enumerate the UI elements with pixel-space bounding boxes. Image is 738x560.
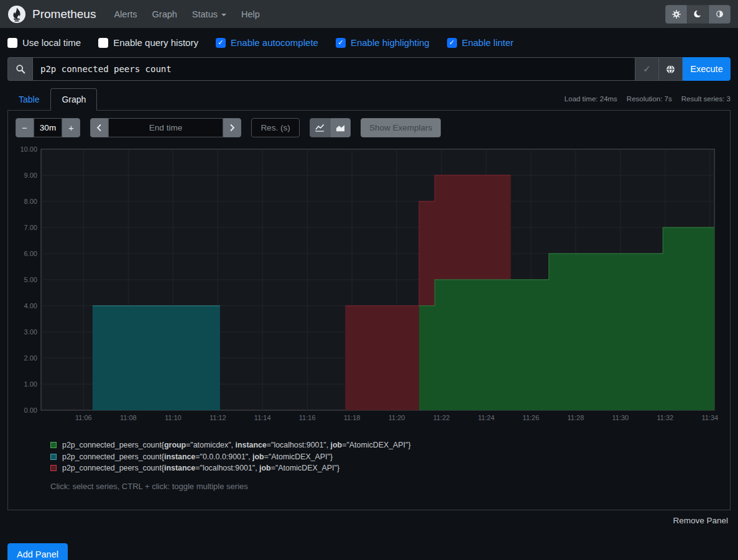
option-use-local-time[interactable]: Use local time	[7, 37, 81, 48]
tab-table[interactable]: Table	[7, 88, 50, 111]
resolution: Resolution: 7s	[627, 95, 672, 103]
nav-link-status[interactable]: Status	[185, 4, 233, 24]
graph-controls: − +	[16, 118, 722, 137]
checkbox-checked[interactable]: ✓	[336, 38, 346, 48]
svg-text:7.00: 7.00	[24, 224, 37, 231]
svg-text:8.00: 8.00	[24, 198, 37, 205]
svg-text:10.00: 10.00	[20, 145, 37, 153]
option-label: Enable highlighting	[351, 37, 430, 48]
svg-text:11:10: 11:10	[165, 414, 182, 421]
legend: p2p_connected_peers_count{group="atomicd…	[50, 439, 724, 474]
dark-theme-button[interactable]	[687, 5, 709, 24]
chevron-down-icon	[221, 14, 226, 16]
query-stats: Load time: 24ms Resolution: 7s Result se…	[565, 95, 731, 103]
navbar: Prometheus AlertsGraphStatusHelp	[0, 0, 738, 28]
checkbox-unchecked[interactable]	[98, 38, 108, 48]
option-label: Use local time	[22, 37, 81, 48]
stacked-chart-icon	[335, 123, 346, 132]
execute-button[interactable]: Execute	[683, 57, 731, 81]
option-label: Enable autocomplete	[231, 37, 318, 48]
result-series: Result series: 3	[681, 95, 731, 103]
metrics-explorer-button[interactable]	[659, 57, 683, 81]
series-swatch	[50, 465, 57, 471]
resolution-input[interactable]	[251, 118, 300, 137]
time-forward-button[interactable]	[223, 118, 241, 137]
svg-text:4.00: 4.00	[24, 302, 37, 310]
checkbox-checked[interactable]: ✓	[447, 38, 457, 48]
svg-text:11:14: 11:14	[254, 414, 271, 421]
legend-item[interactable]: p2p_connected_peers_count{instance="loca…	[50, 462, 724, 474]
load-time: Load time: 24ms	[565, 95, 617, 103]
query-input[interactable]	[32, 57, 635, 81]
tabs: Table Graph	[7, 88, 97, 110]
svg-text:11:08: 11:08	[120, 414, 137, 421]
tab-graph[interactable]: Graph	[50, 88, 97, 111]
theme-button-group	[665, 5, 731, 24]
gear-icon	[671, 9, 681, 19]
option-enable-autocomplete[interactable]: ✓Enable autocomplete	[216, 37, 318, 48]
svg-text:2.00: 2.00	[24, 354, 37, 362]
endtime-group	[90, 118, 241, 137]
stacked-graph-button[interactable]	[330, 118, 351, 137]
nav-link-graph[interactable]: Graph	[145, 4, 184, 24]
option-enable-linter[interactable]: ✓Enable linter	[447, 37, 514, 48]
settings-button[interactable]	[665, 5, 687, 24]
checkbox-checked[interactable]: ✓	[216, 38, 226, 48]
add-panel-button[interactable]: Add Panel	[7, 543, 68, 560]
range-group: − +	[16, 118, 80, 137]
range-increase-button[interactable]: +	[62, 118, 80, 137]
prometheus-brand[interactable]: Prometheus	[7, 5, 96, 24]
query-valid-button[interactable]: ✓	[635, 57, 659, 81]
legend-item[interactable]: p2p_connected_peers_count{group="atomicd…	[50, 439, 724, 451]
search-icon	[16, 64, 25, 74]
option-enable-query-history[interactable]: Enable query history	[98, 37, 198, 48]
svg-text:11:28: 11:28	[568, 414, 584, 421]
svg-text:11:18: 11:18	[344, 414, 361, 421]
series-swatch	[50, 454, 57, 460]
svg-text:9.00: 9.00	[24, 172, 37, 179]
legend-item[interactable]: p2p_connected_peers_count{instance="0.0.…	[50, 451, 724, 463]
svg-text:11:22: 11:22	[433, 414, 450, 421]
contrast-icon	[715, 9, 724, 19]
globe-icon	[665, 64, 676, 75]
line-chart-icon	[315, 123, 325, 132]
prometheus-logo-icon	[7, 5, 26, 24]
graph-panel: − +	[7, 110, 731, 510]
time-back-button[interactable]	[90, 118, 108, 137]
nav-link-help[interactable]: Help	[234, 4, 267, 24]
option-label: Enable query history	[113, 37, 198, 48]
remove-panel-link[interactable]: Remove Panel	[673, 516, 728, 525]
line-graph-button[interactable]	[310, 118, 330, 137]
graph-canvas[interactable]: 0.001.002.003.004.005.006.007.008.009.00…	[16, 145, 724, 427]
panel-footer: Remove Panel	[10, 515, 728, 526]
nav-link-alerts[interactable]: Alerts	[107, 4, 144, 24]
range-decrease-button[interactable]: −	[16, 118, 34, 137]
tabs-row: Table Graph Load time: 24ms Resolution: …	[7, 88, 731, 110]
checkbox-unchecked[interactable]	[7, 38, 17, 48]
svg-text:6.00: 6.00	[24, 250, 37, 257]
search-addon	[7, 57, 32, 81]
show-exemplars-button[interactable]: Show Exemplars	[361, 118, 441, 137]
svg-text:0.00: 0.00	[24, 406, 37, 414]
svg-text:11:34: 11:34	[701, 414, 718, 421]
svg-text:11:12: 11:12	[210, 414, 226, 421]
query-bar: ✓ Execute	[7, 57, 731, 81]
svg-text:11:20: 11:20	[389, 414, 405, 421]
option-enable-highlighting[interactable]: ✓Enable highlighting	[336, 37, 430, 48]
graph-type-group	[310, 118, 351, 137]
svg-text:11:24: 11:24	[478, 414, 495, 421]
svg-text:3.00: 3.00	[24, 328, 37, 336]
legend-hint: Click: select series, CTRL + click: togg…	[50, 482, 724, 491]
svg-text:1.00: 1.00	[24, 380, 37, 388]
svg-text:11:06: 11:06	[75, 414, 92, 421]
svg-text:11:30: 11:30	[612, 414, 629, 421]
end-time-input[interactable]	[108, 118, 223, 137]
auto-theme-button[interactable]	[709, 5, 731, 24]
chevron-right-icon	[229, 124, 235, 132]
svg-text:5.00: 5.00	[24, 276, 37, 283]
svg-text:11:32: 11:32	[657, 414, 673, 421]
moon-icon	[693, 9, 703, 19]
option-label: Enable linter	[462, 37, 514, 48]
chevron-left-icon	[96, 124, 102, 132]
range-input[interactable]	[34, 118, 62, 137]
